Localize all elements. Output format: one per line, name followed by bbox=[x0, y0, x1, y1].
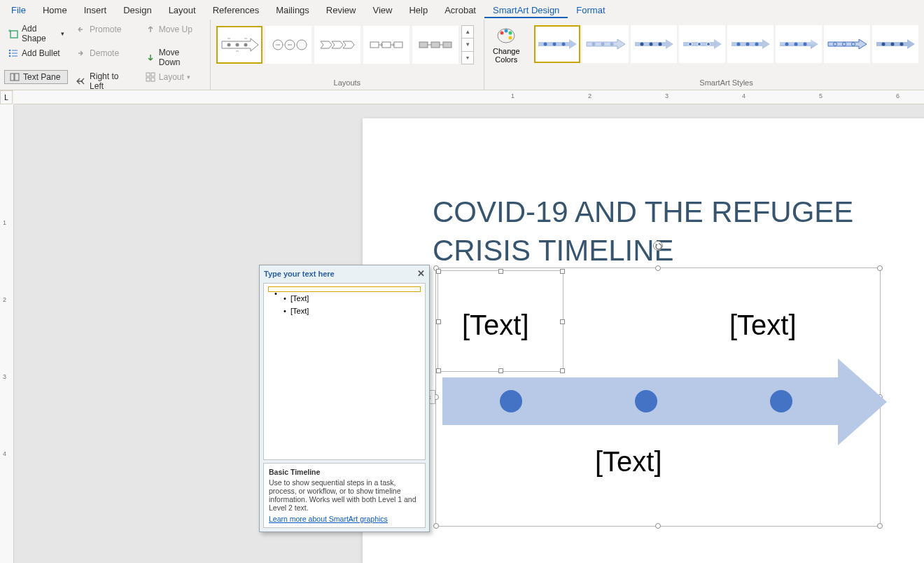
add-shape-button[interactable]: Add Shape bbox=[4, 22, 68, 45]
svg-point-66 bbox=[804, 43, 807, 46]
change-colors-button[interactable]: Change Colors bbox=[489, 22, 525, 64]
text-pane-list[interactable]: [Text] [Text] bbox=[263, 283, 426, 460]
tab-design[interactable]: Design bbox=[115, 2, 160, 18]
svg-point-45 bbox=[553, 43, 556, 46]
tab-insert[interactable]: Insert bbox=[76, 2, 115, 18]
style-tile-8[interactable] bbox=[872, 25, 918, 63]
ribbon: Add Shape Promote Move Up Add Bullet bbox=[0, 20, 924, 90]
tab-home[interactable]: Home bbox=[34, 2, 76, 18]
svg-rect-14 bbox=[151, 78, 155, 81]
text-pane-title-label: Type your text here bbox=[264, 270, 335, 278]
style-tile-2[interactable] bbox=[582, 25, 629, 63]
svg-point-62 bbox=[755, 43, 759, 46]
svg-marker-67 bbox=[828, 39, 867, 49]
svg-marker-28 bbox=[332, 41, 343, 48]
layouts-expand-icon[interactable]: ▾ bbox=[462, 52, 473, 64]
layouts-more[interactable]: ▲ ▼ ▾ bbox=[461, 25, 474, 64]
svg-rect-9 bbox=[10, 74, 14, 81]
group-create-graphic: Add Shape Promote Move Up Add Bullet bbox=[0, 20, 211, 90]
move-down-label: Move Down bbox=[159, 48, 202, 67]
svg-rect-35 bbox=[443, 42, 451, 48]
layout-dd-label: Layout bbox=[159, 72, 184, 82]
svg-rect-12 bbox=[151, 73, 155, 76]
right-to-left-label: Right to Left bbox=[90, 71, 134, 91]
svg-point-61 bbox=[746, 43, 750, 46]
demote-icon bbox=[76, 48, 87, 59]
svg-rect-33 bbox=[419, 42, 428, 48]
svg-point-53 bbox=[650, 43, 653, 46]
hruler-mark: 1 bbox=[511, 92, 514, 99]
layout-tile-1[interactable] bbox=[216, 26, 262, 64]
svg-point-40 bbox=[505, 29, 508, 33]
info-body: Use to show sequential steps in a task, … bbox=[269, 478, 420, 512]
style-tile-5[interactable] bbox=[727, 25, 774, 63]
add-shape-label: Add Shape bbox=[22, 24, 58, 43]
layouts-down-icon[interactable]: ▼ bbox=[462, 39, 473, 51]
group-smartart-styles: SmartArt Styles bbox=[528, 20, 924, 90]
document-canvas[interactable]: COVID-19 AND THE REFUGEE CRISIS TIMELINE bbox=[14, 104, 924, 563]
text-pane-label: Text Pane bbox=[23, 72, 60, 82]
layout-tile-4[interactable] bbox=[363, 26, 410, 64]
svg-point-42 bbox=[509, 36, 512, 40]
tab-acrobat[interactable]: Acrobat bbox=[436, 2, 484, 18]
style-tile-6[interactable] bbox=[776, 25, 822, 63]
group-change-colors: Change Colors bbox=[484, 20, 529, 90]
svg-point-46 bbox=[562, 43, 566, 46]
svg-point-58 bbox=[707, 43, 710, 46]
text-pane-info: Basic Timeline Use to show sequential st… bbox=[263, 463, 426, 528]
layout-tile-2[interactable] bbox=[265, 26, 312, 64]
hruler-mark: 6 bbox=[896, 92, 899, 99]
text-pane-icon bbox=[9, 71, 20, 83]
layouts-up-icon[interactable]: ▲ bbox=[462, 26, 473, 39]
text-item-1[interactable] bbox=[268, 286, 421, 292]
tab-review[interactable]: Review bbox=[318, 2, 365, 18]
add-shape-icon bbox=[8, 28, 19, 39]
document-page[interactable]: COVID-19 AND THE REFUGEE CRISIS TIMELINE bbox=[363, 118, 924, 563]
svg-rect-0 bbox=[10, 31, 18, 38]
svg-point-72 bbox=[882, 43, 886, 46]
close-icon[interactable]: ✕ bbox=[417, 268, 425, 279]
svg-rect-32 bbox=[394, 42, 402, 48]
style-tile-7[interactable] bbox=[824, 25, 870, 63]
tab-smartart-design[interactable]: SmartArt Design bbox=[484, 2, 568, 18]
svg-point-24 bbox=[297, 40, 307, 50]
document-title[interactable]: COVID-19 AND THE REFUGEE CRISIS TIMELINE bbox=[433, 193, 888, 270]
tab-help[interactable]: Help bbox=[400, 2, 436, 18]
hruler-mark: 3 bbox=[665, 92, 668, 99]
add-bullet-button[interactable]: Add Bullet bbox=[4, 46, 68, 60]
svg-point-60 bbox=[737, 43, 741, 46]
text-item-2[interactable]: [Text] bbox=[268, 292, 421, 305]
style-tile-3[interactable] bbox=[631, 25, 677, 63]
text-pane-popup[interactable]: Type your text here ✕ [Text] [Text] Basi… bbox=[259, 265, 430, 532]
text-item-3[interactable]: [Text] bbox=[268, 305, 421, 317]
tab-view[interactable]: View bbox=[364, 2, 400, 18]
svg-marker-27 bbox=[321, 41, 332, 48]
svg-point-44 bbox=[544, 43, 547, 46]
svg-rect-11 bbox=[146, 73, 150, 76]
svg-point-49 bbox=[601, 43, 605, 46]
right-to-left-button[interactable]: Right to Left bbox=[72, 70, 137, 92]
tab-mailings[interactable]: Mailings bbox=[267, 2, 318, 18]
style-tile-4[interactable] bbox=[679, 25, 725, 63]
demote-label: Demote bbox=[90, 48, 119, 58]
layouts-group-label: Layouts bbox=[215, 77, 479, 90]
layout-tile-5[interactable] bbox=[412, 26, 458, 64]
move-up-button: Move Up bbox=[141, 22, 206, 36]
add-bullet-label: Add Bullet bbox=[22, 48, 60, 58]
tab-references[interactable]: References bbox=[204, 2, 267, 18]
vruler-mark: 1 bbox=[3, 219, 6, 226]
svg-point-3 bbox=[9, 50, 11, 52]
style-tile-1[interactable] bbox=[534, 25, 580, 63]
layout-tile-3[interactable] bbox=[314, 26, 360, 64]
demote-button: Demote bbox=[72, 46, 137, 60]
tab-file[interactable]: File bbox=[3, 2, 34, 18]
svg-point-48 bbox=[592, 43, 596, 46]
move-down-button[interactable]: Move Down bbox=[141, 46, 206, 69]
text-pane-button[interactable]: Text Pane bbox=[4, 70, 68, 84]
svg-point-74 bbox=[900, 43, 904, 46]
info-link[interactable]: Learn more about SmartArt graphics bbox=[269, 515, 388, 523]
tab-layout[interactable]: Layout bbox=[160, 2, 204, 18]
svg-point-56 bbox=[689, 43, 692, 46]
svg-rect-31 bbox=[382, 42, 391, 48]
tab-format[interactable]: Format bbox=[568, 2, 613, 18]
